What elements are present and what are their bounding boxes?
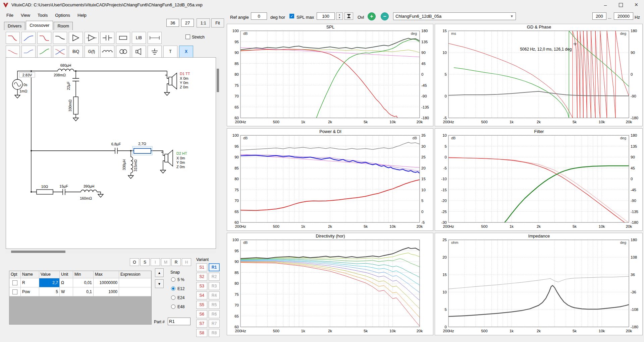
variant-button-r8[interactable]: R8 bbox=[209, 329, 220, 337]
transfer-function-button[interactable]: G(f) bbox=[85, 46, 99, 58]
resistor-r3[interactable] bbox=[37, 190, 53, 194]
minimize-button[interactable]: – bbox=[598, 0, 613, 10]
variant-button-s4[interactable]: S4 bbox=[196, 291, 207, 299]
wire-button[interactable] bbox=[148, 32, 162, 44]
delete-tool-button[interactable]: X bbox=[179, 46, 193, 58]
overlay-add-button[interactable]: + bbox=[368, 12, 376, 20]
mode-button-h[interactable]: H bbox=[182, 258, 191, 266]
canvas-vertical-scrollbar[interactable] bbox=[216, 57, 219, 249]
variant-button-s1[interactable]: S1 bbox=[196, 263, 207, 271]
snap-radio-5[interactable] bbox=[171, 277, 175, 282]
move-up-button[interactable]: ▲ bbox=[155, 268, 164, 277]
inductor-l1[interactable] bbox=[58, 69, 74, 71]
variant-button-s3[interactable]: S3 bbox=[196, 282, 207, 290]
variant-button-r3[interactable]: R3 bbox=[209, 282, 220, 290]
variant-button-s7[interactable]: S7 bbox=[196, 320, 207, 328]
variant-button-s2[interactable]: S2 bbox=[196, 273, 207, 281]
scrollbar-thumb[interactable] bbox=[11, 251, 65, 253]
variant-button-s8[interactable]: S8 bbox=[196, 329, 207, 337]
table-row[interactable]: Pow5W0,11000 bbox=[9, 287, 151, 296]
resistor-button[interactable] bbox=[116, 32, 130, 44]
chart-filter[interactable]: Filter1050-5-10-15-20-25-3018013590450-4… bbox=[435, 128, 643, 231]
canvas-horizontal-scrollbar[interactable] bbox=[6, 250, 216, 253]
voltage-source[interactable] bbox=[12, 79, 22, 98]
delay-button[interactable] bbox=[21, 46, 36, 58]
transformer-button[interactable] bbox=[116, 46, 130, 58]
mode-button-o[interactable]: O bbox=[130, 258, 139, 266]
snap-radio-e12[interactable] bbox=[171, 286, 175, 291]
mode-button-s[interactable]: S bbox=[140, 258, 150, 266]
tab-drivers[interactable]: Drivers bbox=[4, 22, 25, 30]
variant-button-r6[interactable]: R6 bbox=[209, 310, 220, 318]
close-button[interactable]: × bbox=[629, 0, 644, 10]
spl-max-stepper[interactable]: ▲▼ bbox=[336, 12, 343, 20]
menu-item-file[interactable]: File bbox=[3, 10, 17, 21]
table-row[interactable]: R2,7Ω0,0110000000 bbox=[9, 278, 151, 287]
crossover-curves-button[interactable] bbox=[53, 46, 67, 58]
variant-button-s6[interactable]: S6 bbox=[196, 310, 207, 318]
capacitor-c3[interactable] bbox=[63, 189, 65, 195]
stretch-checkbox[interactable] bbox=[185, 35, 190, 39]
capacitor-c1[interactable] bbox=[72, 71, 79, 97]
tab-room[interactable]: Room bbox=[54, 22, 73, 30]
chart-spl[interactable]: SPL100959085807570656018013590450-45-90-… bbox=[227, 24, 433, 126]
variant-button-r2[interactable]: R2 bbox=[209, 273, 220, 281]
mode-button-r[interactable]: R bbox=[171, 258, 181, 266]
canvas-height-input[interactable] bbox=[181, 19, 194, 27]
canvas-width-input[interactable] bbox=[166, 19, 179, 27]
buffer-button[interactable] bbox=[85, 32, 99, 44]
overlay-select[interactable]: ChlangFun6_12dB_05a ▼ bbox=[393, 12, 516, 20]
menu-item-options[interactable]: Options bbox=[51, 10, 74, 21]
shelf-filter-button[interactable] bbox=[53, 32, 67, 44]
cell-value[interactable]: 2,7 bbox=[39, 278, 60, 287]
library-button[interactable]: LIB bbox=[132, 32, 146, 44]
mode-button-m[interactable]: M bbox=[161, 258, 170, 266]
bandpass-filter-button[interactable] bbox=[37, 32, 51, 44]
cell-value[interactable]: 5 bbox=[39, 287, 60, 296]
lowpass-filter-button[interactable] bbox=[6, 32, 20, 44]
variant-button-r7[interactable]: R7 bbox=[209, 320, 220, 328]
spl-max-input[interactable] bbox=[317, 12, 335, 20]
biquad-button[interactable]: BiQ bbox=[69, 46, 83, 58]
speaker-button[interactable] bbox=[132, 46, 146, 58]
part-number-input[interactable] bbox=[168, 318, 191, 325]
chart-impedance[interactable]: Impedance252015105018010836-36-108-18020… bbox=[435, 233, 643, 335]
resistor-r2-selected[interactable] bbox=[132, 146, 152, 155]
chart-gd-phase[interactable]: GD & Phase151050-5180900-90-180200Hz5001… bbox=[435, 24, 643, 126]
resistor-r1[interactable] bbox=[73, 97, 78, 121]
ref-angle-input[interactable] bbox=[251, 12, 267, 20]
menu-item-help[interactable]: Help bbox=[74, 10, 90, 21]
menu-item-tools[interactable]: Tools bbox=[34, 10, 51, 21]
cell-opt[interactable] bbox=[9, 287, 21, 296]
zoom-one-to-one-button[interactable]: 1:1 bbox=[197, 18, 210, 27]
inductor-button[interactable] bbox=[100, 46, 114, 58]
maximize-button[interactable] bbox=[613, 0, 629, 10]
freq-max-input[interactable] bbox=[614, 12, 633, 20]
snap-radio-e24[interactable] bbox=[171, 295, 175, 300]
menu-item-view[interactable]: View bbox=[17, 10, 34, 21]
ground-button[interactable] bbox=[148, 46, 162, 58]
gain-curve-button[interactable] bbox=[37, 46, 51, 58]
autoscale-button[interactable] bbox=[344, 12, 353, 20]
amplifier-button[interactable] bbox=[69, 32, 83, 44]
zoom-fit-button[interactable]: Fit bbox=[211, 18, 224, 27]
snap-radio-e48[interactable] bbox=[171, 304, 175, 309]
tab-crossover[interactable]: Crossover bbox=[26, 21, 53, 30]
variant-button-r1[interactable]: R1 bbox=[209, 263, 220, 271]
spl-max-checkbox[interactable]: ✓ bbox=[289, 14, 294, 18]
highpass-filter-button[interactable] bbox=[21, 32, 36, 44]
variant-button-s5[interactable]: S5 bbox=[196, 301, 207, 309]
move-down-button[interactable]: ▼ bbox=[155, 279, 164, 288]
opt-checkbox[interactable] bbox=[12, 289, 17, 294]
capacitor-button[interactable] bbox=[100, 32, 114, 44]
chart-directivity-hor[interactable]: Directivity (hor)1009590858075706560200H… bbox=[227, 233, 433, 335]
variant-button-r4[interactable]: R4 bbox=[209, 291, 220, 299]
opt-checkbox[interactable] bbox=[12, 280, 17, 285]
driver-d2[interactable] bbox=[165, 150, 173, 166]
text-tool-button[interactable]: T bbox=[163, 46, 177, 58]
inductor-l2[interactable] bbox=[128, 151, 133, 179]
schematic-canvas[interactable]: 2.83V 0s 1mΩ 680µH 208mΩ 22µF 330mΩ + D1… bbox=[6, 57, 216, 249]
lowpass1-filter-button[interactable] bbox=[6, 46, 20, 58]
capacitor-c2[interactable] bbox=[115, 148, 117, 154]
overlay-remove-button[interactable]: − bbox=[381, 12, 389, 20]
